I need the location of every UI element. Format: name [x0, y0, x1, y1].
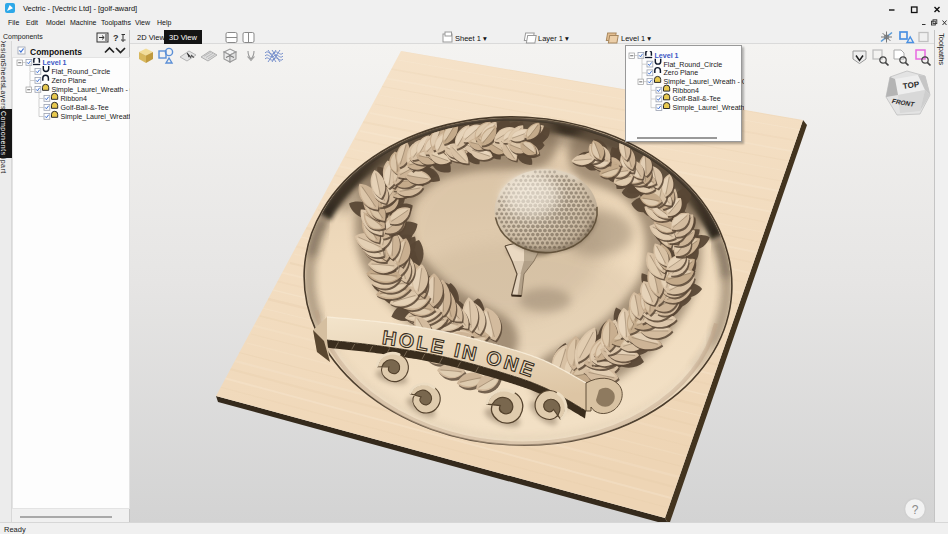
svg-text:Components: Components	[30, 47, 82, 57]
svg-text:?: ?	[912, 503, 919, 517]
svg-text:Flat_Round_Circle: Flat_Round_Circle	[52, 68, 111, 76]
svg-text:Simple_Laurel_Wreath - Gro: Simple_Laurel_Wreath - Gro	[664, 78, 745, 86]
svg-text:Level 1: Level 1	[655, 52, 679, 60]
svg-text:Ribbon4: Ribbon4	[673, 87, 699, 95]
svg-text:Zero Plane: Zero Plane	[664, 69, 699, 77]
svg-text:Golf-Ball-&-Tee: Golf-Ball-&-Tee	[61, 104, 109, 112]
svg-text:Golf-Ball-&-Tee: Golf-Ball-&-Tee	[673, 95, 721, 103]
svg-text:Simple_Laurel_Wreath: Simple_Laurel_Wreath	[61, 113, 131, 121]
svg-text:Zero Plane: Zero Plane	[52, 77, 87, 85]
svg-text:Ribbon4: Ribbon4	[61, 95, 87, 103]
svg-text:Level 1: Level 1	[43, 59, 67, 67]
svg-text:Simple_Laurel_Wreath: Simple_Laurel_Wreath	[673, 104, 745, 112]
svg-text:?: ?	[113, 33, 119, 43]
svg-text:Simple_Laurel_Wreath - Gro: Simple_Laurel_Wreath - Gro	[52, 86, 131, 94]
svg-text:Flat_Round_Circle: Flat_Round_Circle	[664, 61, 723, 69]
